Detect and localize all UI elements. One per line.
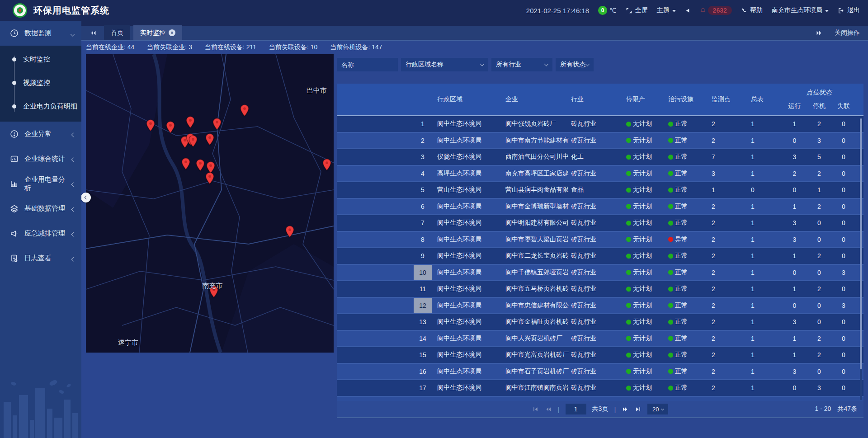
sidebar-item[interactable]: 企业异常 bbox=[0, 122, 81, 146]
map-pin[interactable] bbox=[286, 226, 294, 240]
double-chevron-right-icon[interactable] bbox=[816, 30, 823, 36]
notification-badge[interactable]: 2632 bbox=[700, 6, 732, 15]
status-dot bbox=[626, 369, 631, 374]
table-row[interactable]: 1阆中生态环境局阆中强锐页岩砖厂砖瓦行业无计划正常21120 bbox=[337, 116, 863, 133]
table-row[interactable]: 15阆中生态环境局阆中市光富页岩机砖厂砖瓦行业无计划正常21120 bbox=[337, 347, 863, 364]
close-icon[interactable]: × bbox=[169, 29, 175, 36]
cell-industry: 砖瓦行业 bbox=[570, 301, 624, 310]
map-pin[interactable] bbox=[181, 158, 190, 172]
tab-realtime-monitor[interactable]: 实时监控 × bbox=[133, 25, 182, 40]
cell-region: 阆中生态环境局 bbox=[432, 384, 504, 392]
table-row[interactable]: 3仪陇生态环境局西南油气田分公司川中化工无计划正常71350 bbox=[337, 149, 863, 166]
status-dot bbox=[626, 188, 631, 193]
table-row[interactable]: 5营山生态环境局营山县润丰肉食品有限食品无计划正常10010 bbox=[337, 182, 863, 199]
industry-select[interactable]: 所有行业 bbox=[491, 58, 552, 71]
map-pin[interactable] bbox=[323, 159, 331, 173]
cell-monitor-count: 2 bbox=[705, 219, 741, 226]
table-row[interactable]: 13阆中生态环境局阆中市金福旺页岩机砖砖瓦行业无计划正常21300 bbox=[337, 314, 863, 331]
logout-button[interactable]: 退出 bbox=[838, 6, 860, 14]
table-row[interactable]: 2阆中生态环境局阆中市南方节能建材有砖瓦行业无计划正常21030 bbox=[337, 133, 863, 150]
row-number: 11 bbox=[414, 281, 432, 297]
cell-stop-status: 无计划 bbox=[624, 235, 665, 244]
cell-lost-count: 0 bbox=[831, 285, 856, 292]
map-pin[interactable] bbox=[206, 133, 214, 147]
map-pin[interactable] bbox=[240, 104, 249, 118]
announcement-toggle-button[interactable] bbox=[685, 8, 691, 14]
close-operations-button[interactable]: 关闭操作 bbox=[835, 29, 860, 37]
sidebar-subitem[interactable]: 企业电力负荷明细 bbox=[0, 94, 81, 118]
table-row[interactable]: 4高坪生态环境局南充市高坪区王家店建砖瓦行业无计划正常31220 bbox=[337, 166, 863, 183]
sidebar-subitem[interactable]: 实时监控 bbox=[0, 47, 81, 71]
table-row[interactable]: 16阆中生态环境局阆中市石子页岩机砖厂砖瓦行业无计划正常21300 bbox=[337, 364, 863, 381]
table-row[interactable]: 10阆中生态环境局阆中千佛镇五郎垭页岩砖瓦行业无计划正常21003 bbox=[337, 265, 863, 282]
name-search-input[interactable] bbox=[337, 58, 398, 71]
chevron-down-icon bbox=[544, 62, 549, 66]
sidebar-subitem-label: 实时监控 bbox=[23, 55, 50, 64]
theme-dropdown[interactable]: 主题 bbox=[657, 6, 676, 14]
map-pin[interactable] bbox=[189, 135, 197, 149]
cell-company: 阆中市金博瑞新型墙材 bbox=[504, 203, 570, 211]
map-pin[interactable] bbox=[146, 119, 155, 133]
table-row[interactable]: 6阆中生态环境局阆中市金博瑞新型墙材砖瓦行业无计划正常21120 bbox=[337, 199, 863, 216]
table-row[interactable]: 12阆中生态环境局阆中市忠信建材有限公砖瓦行业无计划正常21003 bbox=[337, 298, 863, 315]
tabs-scroll-left-button[interactable] bbox=[90, 30, 97, 36]
help-button[interactable]: 帮助 bbox=[741, 6, 763, 14]
map-pin[interactable] bbox=[166, 121, 175, 135]
cell-company: 阆中市忠信建材有限公 bbox=[504, 301, 570, 310]
map-canvas[interactable]: 巴中市南充市遂宁市 bbox=[86, 54, 334, 353]
stat-item: 当前停机设备: 147 bbox=[330, 43, 382, 52]
cell-monitor-count: 1 bbox=[705, 186, 741, 193]
sidebar-item[interactable]: 企业用电量分析 bbox=[0, 171, 81, 196]
status-dot bbox=[668, 171, 673, 176]
status-dot bbox=[668, 287, 673, 292]
cell-facility-status: 正常 bbox=[665, 318, 705, 326]
table-row[interactable]: 7阆中生态环境局阆中明阳建材有限公司砖瓦行业无计划正常21300 bbox=[337, 215, 863, 232]
table-row[interactable]: 8阆中生态环境局阆中市枣碧大梁山页岩砖瓦行业无计划异常21300 bbox=[337, 232, 863, 249]
sidebar-item[interactable]: 数据监测 bbox=[0, 21, 81, 46]
cell-facility-status: 正常 bbox=[665, 384, 705, 392]
pagination-controls: | 共3页 | 20 bbox=[532, 404, 669, 414]
map-pin[interactable] bbox=[196, 159, 205, 173]
sidebar-item[interactable]: 企业综合统计 bbox=[0, 146, 81, 171]
cell-company: 阆中市五马桥页岩机砖 bbox=[504, 285, 570, 293]
table-row[interactable]: 17阆中生态环境局阆中市江南镇阆南页岩砖瓦行业无计划正常21030 bbox=[337, 380, 863, 397]
header-region: 行政区域 bbox=[432, 84, 504, 115]
status-dot bbox=[626, 221, 631, 226]
table-row[interactable]: 9阆中生态环境局阆中市二龙长宝页岩砖砖瓦行业无计划正常21120 bbox=[337, 248, 863, 265]
bullet-dot-icon bbox=[12, 81, 16, 85]
map-pin[interactable] bbox=[206, 172, 214, 186]
page-size-select[interactable]: 20 bbox=[647, 404, 668, 414]
cell-facility-status: 正常 bbox=[665, 153, 705, 161]
sidebar-item[interactable]: 基础数据管理 bbox=[0, 196, 81, 221]
table-row[interactable]: 11阆中生态环境局阆中市五马桥页岩机砖砖瓦行业无计划正常21120 bbox=[337, 281, 863, 298]
last-page-button[interactable] bbox=[635, 406, 642, 412]
sidebar-item[interactable]: 日志查看 bbox=[0, 246, 81, 271]
fullscreen-button[interactable]: 全屏 bbox=[626, 6, 648, 14]
region-select[interactable]: 行政区域名称 bbox=[401, 58, 488, 71]
last-page-icon bbox=[635, 406, 642, 412]
status-select[interactable]: 所有状态 bbox=[556, 58, 594, 71]
sidebar-subitem[interactable]: 视频监控 bbox=[0, 71, 81, 94]
prev-page-button[interactable] bbox=[545, 406, 552, 412]
page-number-input[interactable] bbox=[566, 404, 586, 414]
table-row[interactable]: 18南部生态环境局南部县砖华山河有限公建材化工无计划正常50050 bbox=[337, 397, 863, 401]
map-collapse-button[interactable] bbox=[81, 193, 91, 203]
tab-home[interactable]: 首页 bbox=[104, 25, 130, 40]
row-number: 5 bbox=[414, 182, 432, 198]
map-pin[interactable] bbox=[186, 116, 195, 130]
table-scrollbar-thumb[interactable] bbox=[860, 118, 862, 369]
cell-run-count: 0 bbox=[782, 269, 807, 276]
cell-company: 阆中大兴页岩机砖厂 bbox=[504, 334, 570, 343]
user-dropdown[interactable]: 南充市生态环境局 bbox=[772, 6, 829, 14]
stats-bar: 当前在线企业: 44当前失联企业: 3当前在线设备: 211当前失联设备: 10… bbox=[81, 41, 868, 54]
sidebar-item[interactable]: 应急减排管理 bbox=[0, 221, 81, 246]
sidebar-subitem-label: 企业电力负荷明细 bbox=[23, 102, 77, 111]
chevron-left-icon bbox=[71, 257, 76, 262]
cell-halt-count: 2 bbox=[807, 252, 831, 259]
table-row[interactable]: 14阆中生态环境局阆中大兴页岩机砖厂砖瓦行业无计划正常21120 bbox=[337, 331, 863, 348]
row-number: 17 bbox=[414, 380, 432, 396]
cell-region: 阆中生态环境局 bbox=[432, 268, 504, 277]
next-page-button[interactable] bbox=[622, 406, 629, 412]
map-pin[interactable] bbox=[212, 118, 221, 132]
first-page-button[interactable] bbox=[532, 406, 539, 412]
